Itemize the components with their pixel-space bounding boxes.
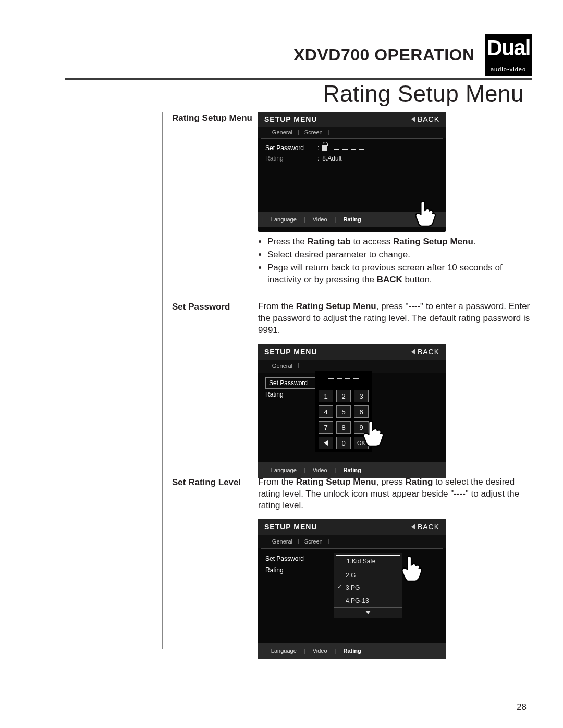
- pointing-hand-icon: [400, 554, 423, 583]
- brand-name: Dual: [485, 34, 532, 59]
- rating-option[interactable]: 3.PG: [334, 582, 402, 594]
- keypad-key-3[interactable]: 3: [354, 390, 369, 402]
- bottom-tab-video[interactable]: Video: [308, 646, 333, 656]
- set-rating-level-text: From the Rating Setup Menu, press Rating…: [258, 476, 532, 650]
- brand-logo: Dual audio•video: [485, 34, 532, 76]
- section-heading-set-rating-level: Set Rating Level: [172, 476, 258, 488]
- more-options-arrow[interactable]: [334, 607, 402, 618]
- password-dashes: [333, 144, 366, 152]
- row-rating[interactable]: Rating : 8.Adult: [265, 153, 438, 164]
- bottom-tab-rating[interactable]: Rating: [338, 465, 366, 475]
- list-item: Page will return back to previous screen…: [267, 262, 532, 286]
- pointing-hand-icon: [361, 419, 384, 448]
- keypad-key-5[interactable]: 5: [336, 405, 351, 418]
- brand-tagline: audio•video: [485, 66, 532, 72]
- tab-general[interactable]: General: [269, 537, 296, 546]
- list-item: Press the Rating tab to access Rating Se…: [267, 236, 532, 248]
- rating-level-popup: 1.Kid Safe 2.G 3.PG 4.PG-13: [334, 553, 402, 618]
- tab-general[interactable]: General: [269, 362, 296, 371]
- screenshot-rating-level: SETUP MENU BACK | General | Screen |: [258, 519, 446, 649]
- bottom-tab-video[interactable]: Video: [308, 465, 333, 475]
- top-tab-row: | General | Screen |: [258, 127, 446, 138]
- bottom-tab-language[interactable]: Language: [266, 465, 302, 475]
- keypad-key-0[interactable]: 0: [336, 437, 351, 449]
- pointing-hand-icon: [413, 200, 436, 228]
- bottom-tab-rating[interactable]: Rating: [338, 215, 366, 224]
- keypad-key-8[interactable]: 8: [336, 421, 351, 434]
- rating-option[interactable]: 2.G: [334, 569, 402, 582]
- header-title: XDVD700 OPERATION: [293, 45, 475, 65]
- rating-option[interactable]: 4.PG-13: [334, 595, 402, 607]
- rating-option[interactable]: 1.Kid Safe: [336, 555, 400, 567]
- lock-icon: [322, 145, 327, 151]
- list-item: Select desired parameter to change.: [267, 249, 532, 261]
- section-heading-set-password: Set Password: [172, 301, 258, 312]
- keypad-key-6[interactable]: 6: [354, 405, 369, 418]
- screenshot-rating-setup: SETUP MENU BACK | General | Screen |: [258, 112, 446, 232]
- keypad-key-7[interactable]: 7: [319, 421, 333, 434]
- screen-title: SETUP MENU: [264, 347, 317, 357]
- screen-title: SETUP MENU: [264, 522, 317, 532]
- keypad-key-2[interactable]: 2: [336, 390, 351, 402]
- model-number: XDVD700: [293, 45, 370, 64]
- set-password-text: From the Rating Setup Menu, press "----"…: [258, 301, 532, 469]
- keypad-key-back[interactable]: [319, 437, 333, 449]
- back-button[interactable]: BACK: [411, 347, 439, 357]
- keypad-key-1[interactable]: 1: [319, 390, 333, 402]
- screenshot-set-password: SETUP MENU BACK | General | Set Password: [258, 344, 446, 469]
- row-set-password[interactable]: Set Password :: [265, 143, 438, 153]
- page-title: Rating Setup Menu: [323, 81, 524, 107]
- bottom-tab-language[interactable]: Language: [266, 646, 302, 656]
- password-entry-dashes: [319, 374, 369, 379]
- page-number: 28: [517, 702, 527, 712]
- keypad-key-4[interactable]: 4: [319, 405, 333, 418]
- back-button[interactable]: BACK: [411, 522, 439, 532]
- bottom-tab-video[interactable]: Video: [308, 215, 333, 224]
- operation-word: OPERATION: [374, 45, 474, 64]
- bottom-tab-rating[interactable]: Rating: [338, 646, 366, 656]
- tab-screen[interactable]: Screen: [301, 537, 326, 546]
- back-button[interactable]: BACK: [411, 115, 439, 124]
- screen-title: SETUP MENU: [264, 115, 317, 124]
- tab-general[interactable]: General: [269, 129, 296, 136]
- section-heading-rating-setup: Rating Setup Menu: [172, 112, 258, 124]
- bottom-tab-language[interactable]: Language: [266, 215, 302, 224]
- instruction-list-1: Press the Rating tab to access Rating Se…: [258, 236, 532, 286]
- tab-screen[interactable]: Screen: [301, 129, 326, 136]
- rating-value: 8.Adult: [322, 155, 341, 162]
- header-rule: [65, 78, 532, 80]
